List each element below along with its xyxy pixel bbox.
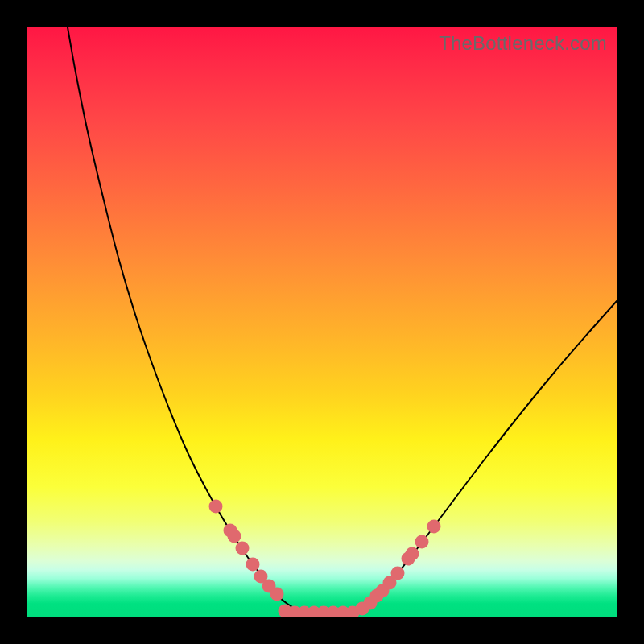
data-point-marker	[270, 588, 284, 601]
curve-layer	[27, 27, 617, 617]
data-point-marker	[246, 558, 260, 572]
chart-stage: TheBottleneck.com	[0, 0, 644, 644]
data-point-marker	[236, 542, 250, 555]
plot-area: TheBottleneck.com	[27, 27, 617, 617]
data-point-marker	[209, 500, 223, 514]
data-point-marker	[415, 535, 429, 549]
data-point-marker	[427, 520, 441, 534]
data-point-marker	[228, 530, 242, 543]
bottleneck-curve	[68, 27, 617, 613]
data-point-marker	[406, 547, 419, 561]
data-point-marker	[391, 567, 405, 580]
data-markers	[209, 500, 441, 617]
